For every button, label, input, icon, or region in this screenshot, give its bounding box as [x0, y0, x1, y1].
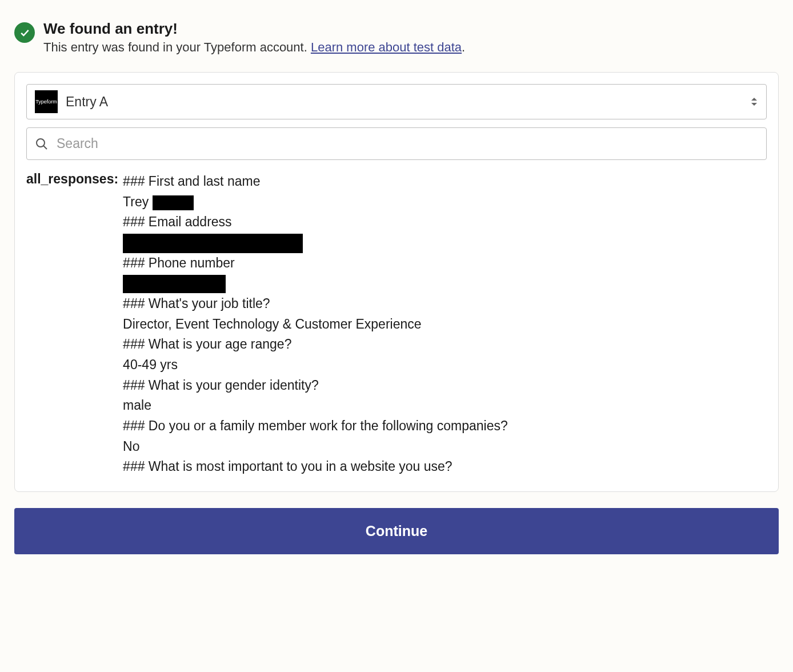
response-line: Director, Event Technology & Customer Ex…	[123, 314, 508, 335]
entry-select[interactable]: Typeform Entry A	[26, 84, 767, 119]
header-title: We found an entry!	[43, 20, 465, 38]
response-lines: ### First and last nameTrey ### Email ad…	[123, 171, 508, 480]
response-line: ### First and last name	[123, 171, 508, 192]
continue-button[interactable]: Continue	[14, 508, 779, 554]
chevron-up-down-icon	[750, 97, 758, 107]
header-subtitle: This entry was found in your Typeform ac…	[43, 40, 465, 55]
response-line: Trey	[123, 192, 508, 213]
entry-found-header: We found an entry! This entry was found …	[14, 20, 779, 55]
learn-more-link[interactable]: Learn more about test data	[311, 40, 462, 54]
response-line	[123, 273, 508, 294]
response-line: ### What's your job title?	[123, 294, 508, 314]
search-icon	[35, 137, 49, 151]
redacted-value	[153, 195, 194, 210]
entry-card: Typeform Entry A all_responses: ### Firs…	[14, 72, 779, 492]
svg-line-1	[43, 146, 47, 149]
response-line	[123, 233, 508, 253]
search-box[interactable]	[26, 127, 767, 160]
search-input[interactable]	[57, 136, 758, 151]
typeform-logo: Typeform	[35, 90, 58, 113]
response-line: ### What is most important to you in a w…	[123, 457, 508, 477]
response-line: That it's easy to navigate	[123, 477, 508, 480]
svg-point-0	[37, 139, 45, 147]
response-wrap: all_responses: ### First and last nameTr…	[26, 171, 767, 480]
response-line: male	[123, 395, 508, 416]
subtitle-suffix: .	[462, 40, 465, 54]
subtitle-prefix: This entry was found in your Typeform ac…	[43, 40, 311, 54]
response-line: ### What is your gender identity?	[123, 375, 508, 396]
redacted-value	[123, 234, 303, 253]
response-line: ### Do you or a family member work for t…	[123, 416, 508, 437]
header-text: We found an entry! This entry was found …	[43, 20, 465, 55]
redacted-value	[123, 275, 226, 293]
response-line: 40-49 yrs	[123, 355, 508, 375]
entry-select-value: Entry A	[66, 94, 108, 110]
response-key: all_responses:	[26, 171, 118, 187]
response-line: No	[123, 437, 508, 457]
response-line: ### Email address	[123, 212, 508, 233]
redact-prefix: Trey	[123, 194, 153, 209]
response-line: ### What is your age range?	[123, 334, 508, 355]
response-line: ### Phone number	[123, 253, 508, 274]
check-icon	[14, 22, 35, 43]
